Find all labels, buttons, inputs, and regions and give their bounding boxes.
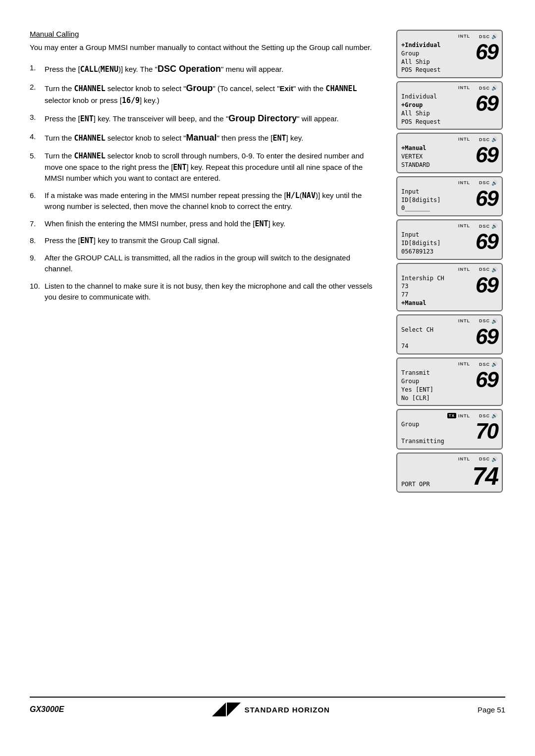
- lcd-display-10: INTL DSC 🔊 PORT OPR 74: [396, 453, 503, 493]
- dsc-label-6: DSC 🔊: [479, 267, 498, 272]
- footer: GX3000E STANDARD HORIZON Page 51: [30, 697, 505, 716]
- lcd-line-6-2: 73: [401, 282, 468, 291]
- dsc-wave-6: 🔊: [491, 267, 498, 272]
- dsc-wave-2: 🔊: [491, 85, 498, 91]
- lcd-text-8: Transmit Group Yes [ENT] No [CLR]: [401, 369, 468, 402]
- lcd-text-5: Input ID[8digits] 056789123: [401, 231, 468, 255]
- dsc-label-4: DSC 🔊: [479, 180, 498, 186]
- lcd-body-6: Intership CH 73 77 +Manual 69: [401, 274, 498, 307]
- lcd-line-5-2: ID[8digits]: [401, 239, 468, 248]
- intro-text: You may enter a Group MMSI number manual…: [30, 42, 376, 53]
- lcd-line-6-3: 77: [401, 291, 468, 299]
- lcd-body-5: Input ID[8digits] 056789123 69: [401, 231, 498, 255]
- lcd-display-2: INTL DSC 🔊 Individual +Group All Ship PO…: [396, 81, 503, 130]
- step-3: Press the [ENT] key. The transceiver wil…: [30, 112, 376, 125]
- step-6: If a mistake was made entering in the MM…: [30, 190, 376, 212]
- dsc-wave-9: 🔊: [491, 413, 498, 418]
- lcd-line-9-3: Transmitting: [401, 437, 468, 446]
- lcd-display-1: INTL DSC 🔊 +Individual Group All Ship PO…: [396, 30, 503, 78]
- page-container: Manual Calling You may enter a Group MMS…: [0, 0, 535, 756]
- logo-triangles: [212, 703, 241, 716]
- lcd-number-7: 69: [468, 326, 498, 348]
- dsc-label-9: DSC 🔊: [479, 413, 498, 418]
- lcd-line-8-2: Group: [401, 377, 468, 386]
- dsc-label-8: DSC 🔊: [479, 361, 498, 367]
- step-5: Turn the CHANNEL selector knob to scroll…: [30, 151, 376, 184]
- lcd-header-8: INTL DSC 🔊: [401, 361, 498, 367]
- lcd-display-4: INTL DSC 🔊 Input ID[8digits] 0_______ 69: [396, 176, 503, 216]
- lcd-body-9: Group Transmitting 70: [401, 420, 498, 445]
- lcd-line-3-1: +Manual: [401, 144, 468, 152]
- lcd-line-4-1: Input: [401, 188, 468, 196]
- lcd-line-10-2: [401, 472, 468, 481]
- content-area: Manual Calling You may enter a Group MMS…: [30, 30, 505, 682]
- lcd-line-4-3: 0_______: [401, 204, 468, 212]
- lcd-line-3-3: STANDARD: [401, 161, 468, 169]
- lcd-number-5: 69: [468, 231, 498, 252]
- lcd-number-1: 69: [468, 41, 498, 63]
- text-column: Manual Calling You may enter a Group MMS…: [30, 30, 381, 682]
- lcd-number-3: 69: [468, 144, 498, 166]
- lcd-body-1: +Individual Group All Ship POS Request 6…: [401, 41, 498, 74]
- step-4-text: Turn the CHANNEL selector knob to select…: [45, 131, 376, 145]
- step-3-text: Press the [ENT] key. The transceiver wil…: [45, 112, 376, 125]
- lcd-line-6-1: Intership CH: [401, 274, 468, 283]
- lcd-body-10: PORT OPR 74: [401, 464, 498, 489]
- lcd-display-8: INTL DSC 🔊 Transmit Group Yes [ENT] No […: [396, 357, 503, 406]
- lcd-display-6: INTL DSC 🔊 Intership CH 73 77 +Manual 69: [396, 263, 503, 311]
- step-2-text: Turn the CHANNEL selector knob to select…: [45, 82, 376, 106]
- step-10-text: Listen to the channel to make sure it is…: [45, 281, 376, 303]
- step-4: Turn the CHANNEL selector knob to select…: [30, 131, 376, 145]
- step-6-text: If a mistake was made entering in the MM…: [45, 190, 376, 212]
- lcd-display-7: INTL DSC 🔊 Select CH 74 69: [396, 314, 503, 354]
- lcd-line-7-3: 74: [401, 342, 468, 351]
- intl-label-7: INTL: [458, 318, 470, 324]
- lcd-text-6: Intership CH 73 77 +Manual: [401, 274, 468, 307]
- lcd-line-5-1: Input: [401, 231, 468, 239]
- dsc-label-3: DSC 🔊: [479, 137, 498, 142]
- dsc-label-10: DSC 🔊: [479, 456, 498, 462]
- dsc-wave-5: 🔊: [491, 223, 498, 229]
- triangle-2: [227, 703, 241, 716]
- lcd-line-7-1: Select CH: [401, 326, 468, 334]
- lcd-line-9-1: Group: [401, 420, 468, 429]
- lcd-body-7: Select CH 74 69: [401, 326, 498, 351]
- dsc-wave-3: 🔊: [491, 137, 498, 142]
- lcd-header-9: TX INTL DSC 🔊: [401, 413, 498, 418]
- page-label: Page: [478, 706, 495, 714]
- intl-label-8: INTL: [458, 361, 470, 367]
- lcd-text-1: +Individual Group All Ship POS Request: [401, 41, 468, 74]
- lcd-line-3-2: VERTEX: [401, 152, 468, 161]
- page-number: 51: [497, 706, 505, 714]
- lcd-text-4: Input ID[8digits] 0_______: [401, 188, 468, 212]
- lcd-body-3: +Manual VERTEX STANDARD 69: [401, 144, 498, 169]
- dsc-wave-4: 🔊: [491, 180, 498, 186]
- intl-label-5: INTL: [458, 223, 470, 229]
- intl-label-9: INTL: [458, 413, 470, 418]
- lcd-header-5: INTL DSC 🔊: [401, 223, 498, 229]
- step-9-text: After the GROUP CALL is transmitted, all…: [45, 252, 376, 275]
- lcd-header-1: INTL DSC 🔊: [401, 34, 498, 39]
- lcd-number-2: 69: [468, 93, 498, 114]
- lcd-text-7: Select CH 74: [401, 326, 468, 351]
- lcd-header-4: INTL DSC 🔊: [401, 180, 498, 186]
- step-2: Turn the CHANNEL selector knob to select…: [30, 82, 376, 106]
- dsc-label-5: DSC 🔊: [479, 223, 498, 229]
- brand-name: STANDARD HORIZON: [245, 706, 330, 714]
- dsc-label-2: DSC 🔊: [479, 85, 498, 91]
- lcd-header-7: INTL DSC 🔊: [401, 318, 498, 324]
- step-1: Press the [CALL(MENU)] key. The "DSC Ope…: [30, 62, 376, 76]
- intl-label-2: INTL: [458, 85, 470, 91]
- step-7-text: When finish the entering the MMSI number…: [45, 218, 376, 230]
- step-9: After the GROUP CALL is transmitted, all…: [30, 252, 376, 275]
- footer-page: Page 51: [478, 706, 505, 714]
- lcd-number-10: 74: [468, 464, 498, 489]
- lcd-number-6: 69: [468, 274, 498, 296]
- triangle-1: [212, 703, 226, 716]
- lcd-header-6: INTL DSC 🔊: [401, 267, 498, 272]
- intl-label-10: INTL: [458, 456, 470, 462]
- dsc-label-1: DSC 🔊: [479, 34, 498, 39]
- lcd-line-1-4: POS Request: [401, 66, 468, 74]
- lcd-display-3: INTL DSC 🔊 +Manual VERTEX STANDARD 69: [396, 133, 503, 173]
- lcd-body-2: Individual +Group All Ship POS Request 6…: [401, 93, 498, 126]
